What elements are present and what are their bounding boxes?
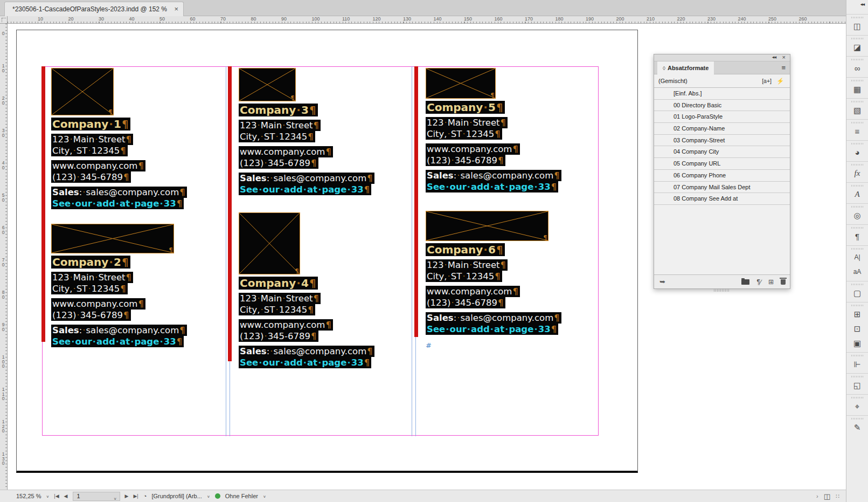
paragraph-style-item[interactable]: 00 Directory Basic	[654, 100, 790, 112]
redefine-style-icon[interactable]: ⚡	[776, 74, 784, 88]
layers-panel-icon[interactable]: ◪	[846, 40, 868, 54]
page-number-field[interactable]: 1 ∨	[73, 492, 120, 501]
company-entry[interactable]: ¶Company·6¶123·Main·Street¶City,·ST·1234…	[426, 211, 561, 335]
spread-view-icon[interactable]: ◫	[824, 492, 830, 500]
paragraph-style-item[interactable]: 08 Company See Add at	[654, 193, 790, 205]
company-url-line[interactable]: www.company.com¶	[426, 143, 520, 155]
company-street-line[interactable]: 123·Main·Street¶	[51, 272, 133, 283]
company-city-line[interactable]: City,·ST·12345¶	[239, 131, 315, 142]
object-styles-panel-icon[interactable]: ▢	[846, 286, 868, 300]
image-placeholder-frame[interactable]: ¶	[51, 224, 174, 253]
vertical-ruler[interactable]: 01 02 03 04 05 06 07 08 09 01 0 01 1 01 …	[0, 24, 8, 490]
company-mail-line[interactable]: Sales:·sales@company.com¶	[426, 170, 561, 181]
glyphs-panel-icon[interactable]: A	[846, 187, 868, 202]
company-name-line[interactable]: Company·6¶	[426, 243, 505, 256]
paragraph-style-item[interactable]: 01 Logo-ParaStyle	[654, 111, 790, 123]
panel-close-icon[interactable]: ×	[782, 54, 786, 60]
company-url-line[interactable]: www.company.com¶	[51, 160, 145, 171]
paragraph-panel-icon[interactable]: ¶	[846, 229, 868, 244]
company-phone-line[interactable]: (123)·345-6789¶	[239, 331, 318, 342]
company-name-line[interactable]: Company·1¶	[51, 118, 130, 130]
error-chevron-icon[interactable]: ∨	[263, 494, 266, 498]
window-resize-grip[interactable]: ∷	[836, 493, 839, 500]
preflight-icon[interactable]: ◔	[143, 493, 147, 499]
image-placeholder-frame[interactable]: ¶	[426, 211, 548, 241]
company-entry[interactable]: ¶Company·4¶123·Main·Street¶City,·ST·1234…	[239, 212, 374, 368]
previous-page-button[interactable]: ◀	[64, 493, 68, 499]
table-styles-panel-icon[interactable]: ▣	[846, 336, 868, 350]
paragraph-style-item[interactable]: 02 Company-Name	[654, 123, 790, 135]
company-url-line[interactable]: www.company.com¶	[51, 298, 145, 310]
document-tab[interactable]: *230506-1-CascadeOfParaStyles-2023.indd …	[4, 2, 184, 16]
effects-panel-icon[interactable]: fx	[846, 166, 868, 181]
company-city-line[interactable]: City,·ST·12345¶	[51, 145, 128, 156]
company-url-line[interactable]: www.company.com¶	[426, 286, 520, 297]
pages-panel-icon[interactable]: ◫	[846, 19, 868, 33]
color-panel-icon[interactable]: ◕	[846, 145, 868, 160]
links-panel-icon[interactable]: ∞	[846, 61, 868, 75]
scroll-overflow-chevron-icon[interactable]: ›	[816, 493, 818, 499]
company-entry[interactable]: ¶Company·5¶123·Main·Street¶City,·ST·1234…	[426, 68, 561, 192]
company-see-add-line[interactable]: See·our·add·at·page·33¶	[426, 181, 558, 192]
company-name-line[interactable]: Company·5¶	[426, 101, 505, 114]
cell-styles-panel-icon[interactable]: ⊡	[846, 321, 868, 336]
company-street-line[interactable]: 123·Main·Street¶	[426, 117, 508, 128]
horizontal-ruler[interactable]: 1020304050607080901001101201301401501601…	[8, 16, 846, 24]
character-styles-panel-icon[interactable]: aA	[846, 265, 868, 279]
image-placeholder-frame[interactable]: ¶	[51, 68, 114, 115]
delete-style-icon[interactable]	[781, 279, 786, 285]
image-placeholder-frame[interactable]: ¶	[239, 68, 296, 101]
company-street-line[interactable]: 123·Main·Street¶	[239, 120, 321, 131]
close-tab-icon[interactable]: ×	[174, 2, 178, 16]
company-phone-line[interactable]: (123)·345-6789¶	[51, 310, 131, 321]
first-page-button[interactable]: |◀	[54, 493, 59, 499]
character-panel-icon[interactable]: A|	[846, 250, 868, 265]
paragraph-style-item[interactable]: 07 Company Mail Sales Dept	[654, 182, 790, 194]
company-see-add-line[interactable]: See·our·add·at·page·33¶	[239, 357, 371, 368]
company-phone-line[interactable]: (123)·345-6789¶	[426, 297, 505, 308]
company-street-line[interactable]: 123·Main·Street¶	[51, 134, 133, 145]
last-page-button[interactable]: ▶|	[133, 493, 138, 499]
company-phone-line[interactable]: (123)·345-6789¶	[426, 155, 505, 166]
zoom-chevron-icon[interactable]: ∨	[46, 494, 49, 498]
company-see-add-line[interactable]: See·our·add·at·page·33¶	[239, 184, 371, 195]
attributes-panel-icon[interactable]: ✎	[846, 420, 868, 435]
company-street-line[interactable]: 123·Main·Street¶	[239, 293, 321, 304]
paragraph-style-item[interactable]: [Einf. Abs.]	[654, 88, 790, 100]
company-mail-line[interactable]: Sales:·sales@company.com¶	[426, 312, 561, 324]
company-entry[interactable]: ¶Company·3¶123·Main·Street¶City,·ST·1234…	[239, 68, 374, 195]
company-phone-line[interactable]: (123)·345-6789¶	[51, 171, 131, 183]
company-mail-line[interactable]: Sales:·sales@company.com¶	[51, 187, 187, 198]
preflight-profile-label[interactable]: [Grundprofil] (Arb...	[151, 493, 202, 499]
company-entry[interactable]: ¶Company·2¶123·Main·Street¶City,·ST·1234…	[51, 224, 187, 347]
company-url-line[interactable]: www.company.com¶	[239, 319, 333, 331]
stroke-panel-icon[interactable]: ≡	[846, 124, 868, 139]
paragraph-style-item[interactable]: 05 Company URL	[654, 158, 790, 170]
text-wrap-panel-icon[interactable]: ◎	[846, 208, 868, 223]
new-style-group-folder-icon[interactable]	[741, 279, 749, 285]
zoom-level-value[interactable]: 152,25 %	[16, 493, 41, 499]
company-phone-line[interactable]: (123)·345-6789¶	[239, 157, 318, 169]
company-url-line[interactable]: www.company.com¶	[239, 146, 333, 157]
company-entry[interactable]: ¶Company·1¶123·Main·Street¶City,·ST·1234…	[51, 68, 187, 209]
company-see-add-line[interactable]: See·our·add·at·page·33¶	[51, 198, 184, 209]
ruler-origin-corner[interactable]	[0, 16, 8, 24]
clear-overrides-icon[interactable]: ¶∕	[756, 278, 761, 286]
image-placeholder-frame[interactable]: ¶	[426, 68, 496, 99]
company-name-line[interactable]: Company·2¶	[51, 256, 130, 269]
panel-resize-grip[interactable]	[714, 289, 730, 292]
load-styles-icon[interactable]: ➥	[659, 278, 665, 286]
paragraph-style-item[interactable]: 04 Company City	[654, 146, 790, 158]
image-placeholder-frame[interactable]: ¶	[239, 212, 300, 274]
company-name-line[interactable]: Company·3¶	[239, 104, 318, 116]
company-city-line[interactable]: City,·ST·12345¶	[426, 128, 502, 140]
align-panel-icon[interactable]: ⊩	[846, 357, 868, 372]
new-style-icon[interactable]: ⊞	[768, 278, 774, 286]
company-name-line[interactable]: Company·4¶	[239, 277, 318, 290]
paragraph-style-item[interactable]: 06 Company Phone	[654, 170, 790, 182]
company-mail-line[interactable]: Sales:·sales@company.com¶	[239, 346, 374, 357]
dock-collapse-icon[interactable]: ◀◀	[860, 2, 864, 6]
preflight-chevron-icon[interactable]: ∨	[207, 494, 210, 498]
pathfinder-panel-icon[interactable]: ◱	[846, 378, 868, 393]
transform-panel-icon[interactable]: ⌖	[846, 399, 868, 414]
